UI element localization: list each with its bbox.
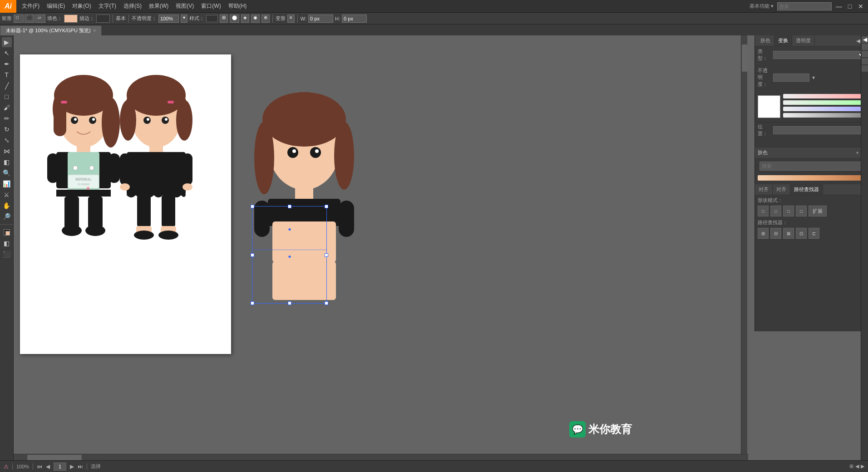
document-tab[interactable]: 未标题-1* @ 100% (CMYK/GPU 预览) × — [0, 25, 102, 35]
far-right-btn4[interactable] — [862, 58, 868, 64]
tool-rect[interactable]: □ — [2, 92, 12, 102]
close-button[interactable]: ✕ — [857, 3, 864, 10]
tool-slice[interactable]: ⚔ — [2, 190, 12, 200]
opacity-input-rp[interactable] — [773, 74, 809, 82]
tab-sukin[interactable]: 肤色 — [757, 35, 774, 46]
nav-last[interactable]: ⏭ — [78, 463, 83, 470]
width-input[interactable] — [308, 15, 333, 23]
style-swatch[interactable] — [206, 15, 218, 22]
fill-color-swatch[interactable] — [64, 15, 78, 23]
tool-fill-color[interactable] — [2, 227, 12, 237]
color-slider-2[interactable] — [783, 100, 865, 105]
location-input[interactable] — [773, 126, 861, 134]
menu-type[interactable]: 文字(T) — [95, 0, 120, 12]
menu-select[interactable]: 选择(S) — [120, 0, 145, 12]
shape-fill-btn[interactable]: ⬛ — [25, 15, 35, 23]
tool-pen[interactable]: ✒ — [2, 59, 12, 69]
height-input[interactable] — [342, 15, 367, 23]
far-right-btn5[interactable] — [862, 65, 868, 72]
type-select[interactable] — [773, 51, 865, 59]
color-search-input[interactable] — [760, 162, 865, 171]
nav-first[interactable]: ⏮ — [37, 463, 42, 470]
tool-type[interactable]: T — [2, 70, 12, 80]
align-left[interactable]: ⬤ — [230, 15, 239, 23]
tab-pathfinder[interactable]: 路径查找器 — [790, 184, 823, 195]
menu-window[interactable]: 窗口(W) — [197, 0, 224, 12]
horizontal-scrollbar[interactable] — [14, 454, 748, 460]
arrange-icon[interactable]: ⊞ — [220, 15, 228, 23]
sm-btn4[interactable]: □ — [796, 206, 807, 216]
canvas-area[interactable]: MINIMAL FLOWER — [14, 35, 755, 460]
tool-gradient[interactable]: ◧ — [2, 157, 12, 167]
align-center[interactable]: ◈ — [241, 15, 249, 23]
sm-btn2[interactable]: □ — [770, 206, 781, 216]
search-input-title[interactable] — [777, 2, 832, 10]
status-icon3[interactable]: ▶ — [861, 463, 864, 469]
pf-btn1[interactable]: ⊞ — [758, 228, 769, 239]
page-number-input[interactable] — [54, 462, 66, 471]
align-right[interactable]: ◉ — [251, 15, 260, 23]
tool-direct-select[interactable]: ↖ — [2, 48, 12, 58]
tab-close-button[interactable]: × — [94, 28, 96, 33]
nav-prev[interactable]: ◀ — [46, 463, 50, 470]
tool-pencil[interactable]: ✏ — [2, 113, 12, 123]
expand-button[interactable]: 扩展 — [809, 206, 827, 216]
color-slider-3[interactable] — [783, 107, 865, 111]
dist-icon[interactable]: ⊕ — [261, 15, 270, 23]
color-preview-white[interactable] — [758, 95, 780, 118]
nav-next[interactable]: ▶ — [70, 463, 74, 470]
tab-transform2[interactable]: 对齐 — [773, 184, 790, 195]
handle-ml[interactable] — [251, 253, 254, 257]
scrollbar-thumb-v[interactable] — [742, 44, 747, 72]
tool-line[interactable]: ╱ — [2, 81, 12, 91]
far-right-btn3[interactable] — [862, 51, 868, 57]
tool-blend[interactable]: ⋈ — [2, 146, 12, 156]
sm-btn3[interactable]: □ — [783, 206, 794, 216]
opacity-dropdown-icon[interactable]: ▾ — [812, 74, 815, 81]
menu-help[interactable]: 帮助(H) — [225, 0, 251, 12]
color-slider-4[interactable] — [783, 113, 865, 118]
expand-icon[interactable]: ◀ — [856, 38, 860, 44]
color-slider-1[interactable] — [783, 94, 865, 98]
handle-tl[interactable] — [251, 205, 254, 208]
menu-edit[interactable]: 编辑(E) — [43, 0, 69, 12]
tool-paintbrush[interactable]: 🖌 — [2, 103, 12, 113]
opacity-input[interactable] — [158, 15, 179, 23]
tool-screen-mode[interactable]: ⬛ — [2, 249, 12, 259]
sm-btn1[interactable]: □ — [758, 206, 769, 216]
far-right-btn1[interactable]: ◀ — [862, 36, 868, 43]
tool-scale[interactable]: ⤡ — [2, 135, 12, 145]
menu-view[interactable]: 视图(V) — [172, 0, 197, 12]
shape-rect-btn[interactable]: □ — [14, 15, 24, 23]
scrollbar-thumb-h[interactable] — [27, 455, 82, 460]
menu-file[interactable]: 文件(F) — [18, 0, 43, 12]
vertical-scrollbar[interactable] — [741, 35, 747, 460]
tool-select[interactable]: ▶ — [2, 37, 12, 47]
color-panel-expand[interactable]: + — [856, 150, 859, 156]
shape-stroke-btn[interactable]: ▱ — [35, 15, 45, 23]
tab-opacity[interactable]: 透明度 — [792, 35, 815, 46]
tool-rotate[interactable]: ↻ — [2, 124, 12, 134]
pf-btn2[interactable]: ⊟ — [770, 228, 781, 239]
pf-btn3[interactable]: ⊠ — [783, 228, 794, 239]
opacity-dropdown[interactable]: ▾ — [181, 15, 187, 23]
stroke-color-swatch[interactable] — [96, 15, 110, 23]
handle-bl[interactable] — [251, 301, 254, 305]
pf-btn5[interactable]: ⊏ — [809, 228, 819, 239]
minimize-button[interactable]: — — [835, 3, 843, 10]
status-icon2[interactable]: ◀ — [855, 463, 859, 469]
tab-transform[interactable]: 变换 — [774, 35, 792, 46]
tool-eyedropper[interactable]: 🔍 — [2, 168, 12, 178]
pf-btn4[interactable]: ⊡ — [796, 228, 807, 239]
transform-options[interactable]: ≡ — [287, 15, 295, 23]
tool-hand[interactable]: ✋ — [2, 201, 12, 211]
far-right-btn2[interactable] — [862, 44, 868, 50]
maximize-button[interactable]: □ — [846, 3, 853, 10]
menu-effect[interactable]: 效果(W) — [145, 0, 172, 12]
menu-object[interactable]: 对象(O) — [69, 0, 94, 12]
tool-chart[interactable]: 📊 — [2, 179, 12, 189]
tool-color-mode[interactable]: ◧ — [2, 238, 12, 248]
status-icon1[interactable]: ⊞ — [849, 463, 853, 469]
tab-align[interactable]: 对齐 — [755, 184, 773, 195]
tool-zoom[interactable]: 🔎 — [2, 211, 12, 221]
